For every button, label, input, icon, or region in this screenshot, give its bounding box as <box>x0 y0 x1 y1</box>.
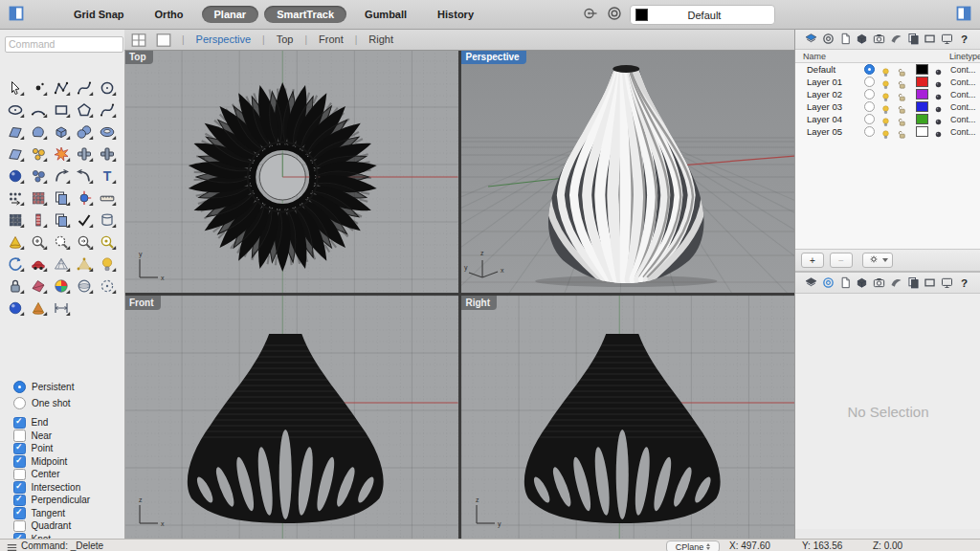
tool-spotlight-icon[interactable] <box>4 231 27 253</box>
layer-row-layer-02[interactable]: Layer 02Cont... <box>795 88 980 100</box>
layer-linetype[interactable]: Cont... <box>950 127 976 137</box>
toolbar-item-planar[interactable]: Planar <box>202 6 259 23</box>
layer-color-swatch[interactable] <box>916 126 928 137</box>
viewport-tab-top[interactable]: Top <box>265 33 305 45</box>
layers-icon[interactable] <box>804 32 819 47</box>
properties-icon[interactable] <box>923 276 938 291</box>
layer-linetype[interactable]: Cont... <box>950 65 976 75</box>
hamburger-menu-icon[interactable] <box>6 541 18 551</box>
viewport-label-right[interactable]: Right <box>461 296 498 310</box>
tool-single-point-icon[interactable] <box>27 77 50 99</box>
tool-control-point-curve-icon[interactable] <box>50 77 73 99</box>
layer-visibility-bulb-icon[interactable] <box>880 89 891 99</box>
tool-surface-plane-icon[interactable] <box>4 121 27 143</box>
tool-array-rect-icon[interactable] <box>27 187 50 209</box>
tool-zoom-in-icon[interactable] <box>27 231 50 253</box>
remove-layer-button[interactable]: − <box>830 253 853 268</box>
materials-icon[interactable] <box>855 32 870 47</box>
layer-material-icon[interactable] <box>933 77 944 87</box>
layer-material-icon[interactable] <box>933 126 944 137</box>
layer-row-layer-04[interactable]: Layer 04Cont... <box>795 113 980 125</box>
current-layer-radio[interactable] <box>864 77 875 87</box>
layers-icon[interactable] <box>804 276 819 291</box>
tool-copy-sheets-icon[interactable] <box>50 187 73 209</box>
tool-sphere-analysis-icon[interactable] <box>73 275 96 297</box>
tool-point-deviation-icon[interactable] <box>73 253 96 275</box>
help-icon[interactable]: ? <box>957 32 972 47</box>
tool-color-wheel-icon[interactable] <box>50 275 73 297</box>
tool-point-grid-icon[interactable] <box>4 187 27 209</box>
current-layer-radio[interactable] <box>864 89 875 99</box>
viewport-perspective[interactable]: zxyPerspective <box>461 50 795 293</box>
help-icon[interactable]: ? <box>957 276 972 291</box>
osnap-perpendicular[interactable]: Perpendicular <box>0 494 124 507</box>
tool-array-linear-icon[interactable] <box>27 209 50 231</box>
layer-linetype[interactable]: Cont... <box>950 115 976 124</box>
layer-lock-icon[interactable] <box>897 114 907 124</box>
current-layer-dropdown[interactable]: Default <box>630 5 775 25</box>
command-input[interactable] <box>5 36 123 53</box>
osnap-tangent[interactable]: Tangent <box>0 507 124 520</box>
environment-icon[interactable] <box>889 32 904 47</box>
tool-zoom-selected-icon[interactable] <box>73 231 96 253</box>
layer-row-layer-03[interactable]: Layer 03Cont... <box>795 100 980 113</box>
tool-gumball-icon[interactable] <box>73 187 96 209</box>
toolbar-item-gumball[interactable]: Gumball <box>352 6 419 23</box>
layer-linetype[interactable]: Cont... <box>950 90 976 99</box>
tool-rectangle-icon[interactable] <box>50 99 73 121</box>
tool-metaballs-icon[interactable] <box>27 165 50 187</box>
notes-icon[interactable] <box>838 276 854 291</box>
tool-mesh-tool-icon[interactable] <box>50 253 73 275</box>
named-views-icon[interactable] <box>872 32 887 47</box>
tool-blend-icon[interactable] <box>27 143 50 165</box>
viewport-tab-right[interactable]: Right <box>357 33 405 45</box>
viewport-front[interactable]: z xFront <box>124 296 458 539</box>
single-viewport-layout-icon[interactable] <box>155 32 174 47</box>
current-layer-radio[interactable] <box>864 64 875 75</box>
layer-lock-icon[interactable] <box>897 77 907 87</box>
layer-material-icon[interactable] <box>933 89 944 99</box>
layer-visibility-bulb-icon[interactable] <box>880 64 891 75</box>
tool-revolve-icon[interactable] <box>96 209 119 231</box>
tool-array-icon[interactable] <box>4 209 27 231</box>
viewport-tab-front[interactable]: Front <box>307 33 355 45</box>
osnap-end[interactable]: End <box>0 416 124 430</box>
tool-pipe-icon[interactable] <box>73 143 96 165</box>
layer-row-layer-01[interactable]: Layer 01Cont... <box>795 76 980 88</box>
current-layer-radio[interactable] <box>864 101 875 112</box>
tool-lamp-icon[interactable] <box>96 253 119 275</box>
named-views-icon[interactable] <box>872 276 887 291</box>
tool-explode-icon[interactable] <box>50 143 73 165</box>
tool-chamfer-icon[interactable] <box>73 165 96 187</box>
tool-box-icon[interactable] <box>50 121 73 143</box>
toolbar-item-grid-snap[interactable]: Grid Snap <box>61 6 137 23</box>
toolbar-item-history[interactable]: History <box>425 6 486 23</box>
selection-filter-icon[interactable] <box>606 5 625 24</box>
layer-lock-icon[interactable] <box>897 101 907 112</box>
tool-drape-icon[interactable] <box>4 165 27 187</box>
layer-lock-icon[interactable] <box>897 126 907 137</box>
viewport-top[interactable]: y xTop <box>124 50 458 293</box>
layer-color-swatch[interactable] <box>916 77 928 87</box>
current-layer-radio[interactable] <box>864 126 875 137</box>
tool-rotate-view-icon[interactable] <box>4 253 27 275</box>
layer-visibility-bulb-icon[interactable] <box>880 101 891 112</box>
osnap-mode-one-shot[interactable]: One shot <box>0 395 124 411</box>
tool-circle-icon[interactable] <box>96 77 119 99</box>
tool-plane-3pt-icon[interactable] <box>4 143 27 165</box>
tool-ellipse-icon[interactable] <box>4 99 27 121</box>
layer-lock-icon[interactable] <box>897 64 907 75</box>
viewport-label-perspective[interactable]: Perspective <box>461 50 526 64</box>
toolbar-item-ortho[interactable]: Ortho <box>143 6 196 23</box>
add-layer-button[interactable]: + <box>801 253 824 268</box>
record-history-icon[interactable] <box>582 5 601 24</box>
cplane-selector[interactable]: CPlane <box>666 540 720 551</box>
layer-color-swatch[interactable] <box>916 89 928 99</box>
properties-icon[interactable] <box>923 32 938 47</box>
layer-options-button[interactable] <box>862 253 893 268</box>
tool-hatch-icon[interactable] <box>27 275 50 297</box>
layer-row-default[interactable]: DefaultCont... <box>795 63 980 76</box>
display-modes-icon[interactable] <box>940 276 955 291</box>
viewport-right[interactable]: z yRight <box>461 296 795 539</box>
osnap-intersection[interactable]: Intersection <box>0 481 124 495</box>
